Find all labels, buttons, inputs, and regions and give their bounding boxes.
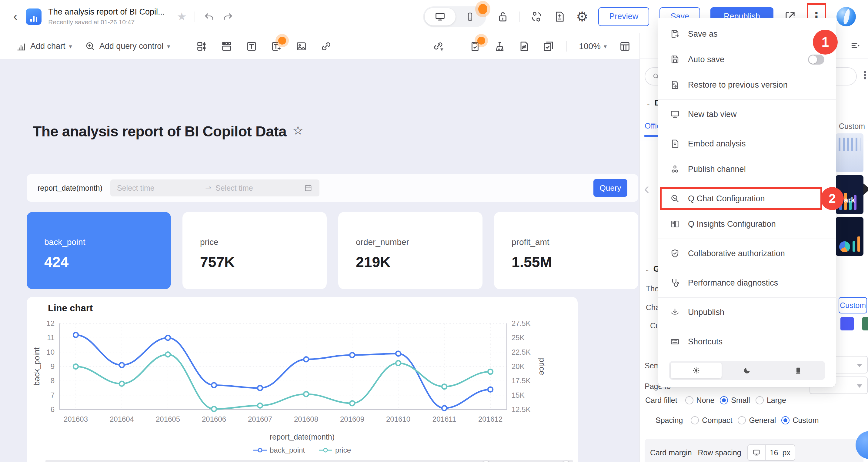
data-sync-icon[interactable] (530, 10, 543, 23)
saved-status: Recently saved at 01-26 10:47 (48, 19, 164, 26)
theme-option-light[interactable] (671, 363, 722, 378)
collapse-panel-icon[interactable] (850, 40, 861, 52)
link-filter-icon[interactable] (433, 40, 445, 53)
add-query-control-button[interactable]: Add query control▾ (85, 41, 170, 52)
radio-icon (720, 396, 728, 404)
favorite-star-icon[interactable]: ★ (177, 10, 187, 23)
theme-option-auto[interactable] (773, 363, 824, 378)
desktop-small-icon (748, 445, 765, 460)
spacing-option-custom[interactable]: Custom (781, 416, 818, 425)
svg-text:20K: 20K (512, 362, 525, 370)
spacing-option-compact[interactable]: Compact (691, 416, 732, 425)
menu-item-performance-diagnostics[interactable]: Performance diagnostics (658, 270, 836, 296)
svg-text:6: 6 (51, 405, 55, 413)
preview-button[interactable]: Preview (598, 7, 649, 26)
row-spacing-control[interactable]: 16 px (747, 444, 795, 461)
menu-item-auto-save[interactable]: Auto save (658, 47, 836, 72)
batch-check-icon[interactable] (542, 40, 554, 53)
query-button[interactable]: Query (593, 179, 627, 197)
query-control-panel: report_date(month) Select time ⇀ Select … (27, 174, 638, 202)
menu-item-save-as[interactable]: Save as (658, 21, 836, 47)
image-icon[interactable] (295, 40, 307, 53)
legend-back-point[interactable]: back_point (253, 446, 305, 455)
metric-value: 1.55M (512, 254, 638, 270)
templates-prev-icon[interactable]: ‹ (644, 180, 649, 198)
hide-document-icon[interactable] (518, 40, 530, 53)
monitor-icon (670, 109, 680, 119)
edit-toolbar: Add chart▾ Add query control▾ 100%▾ (0, 33, 640, 59)
menu-item-shortcuts[interactable]: Shortcuts (658, 329, 836, 355)
date-range-input[interactable]: Select time ⇀ Select time (110, 180, 319, 196)
metric-card-price[interactable]: price 757K (182, 212, 327, 289)
avatar[interactable] (836, 7, 856, 26)
undo-icon[interactable] (204, 11, 215, 23)
theme-switcher[interactable] (669, 361, 825, 380)
chart-color-custom-button[interactable]: Custom (839, 297, 867, 313)
range-arrow-icon: ⇀ (205, 184, 211, 192)
svg-text:201609: 201609 (340, 415, 364, 423)
menu-item-embed-analysis[interactable]: Embed analysis (658, 131, 836, 156)
card-margin-box: Card margin Row spacing 16 px (645, 439, 864, 462)
svg-text:8: 8 (51, 376, 55, 385)
menu-item-label: New tab view (688, 110, 737, 119)
theme-option-dark[interactable] (722, 363, 773, 378)
device-toggle[interactable] (423, 6, 486, 27)
color-swatch-green[interactable] (862, 317, 868, 331)
metric-card-profit_amt[interactable]: profit_amt 1.55M (494, 212, 638, 289)
doc-adjust-icon[interactable] (553, 10, 566, 23)
template-thumbnail-light[interactable] (836, 133, 864, 172)
card-fillet-option-none[interactable]: None (685, 396, 715, 405)
menu-separator (658, 99, 836, 100)
menu-item-q-chat-configuration[interactable]: Q Chat Configuration 2 (658, 186, 836, 211)
menu-item-unpublish[interactable]: Unpublish (658, 300, 836, 325)
menu-item-collaborative-authorization[interactable]: Collaborative authorization (658, 241, 836, 266)
shield-icon (670, 248, 680, 258)
unpublish-icon (670, 307, 680, 317)
metric-value: 219K (356, 254, 483, 270)
ai-text-icon[interactable] (270, 40, 282, 53)
spacing-option-general[interactable]: General (738, 416, 776, 425)
menu-item-label: Q Insights Configuration (688, 219, 776, 229)
panel-more-icon[interactable]: ⋮ (860, 69, 868, 81)
desktop-view-icon[interactable] (425, 8, 456, 26)
row-spacing-value[interactable]: 16 (765, 445, 782, 460)
zoom-level-dropdown[interactable]: 100%▾ (579, 41, 607, 51)
lock-icon[interactable] (496, 10, 509, 23)
legend-price[interactable]: price (319, 446, 351, 455)
text-icon[interactable] (246, 40, 258, 53)
menu-item-q-insights-configuration[interactable]: Q Insights Configuration (658, 211, 836, 237)
metric-card-order_number[interactable]: order_number 219K (338, 212, 483, 289)
template-thumbnail-dark-2[interactable] (836, 217, 864, 256)
menu-item-publish-channel[interactable]: Publish channel (658, 156, 836, 182)
clipboard-icon[interactable] (469, 40, 482, 53)
menu-item-label: Auto save (688, 55, 724, 64)
clean-brush-icon[interactable] (494, 40, 506, 53)
settings-gear-icon[interactable]: ⚙ (576, 9, 588, 24)
sun-icon (692, 366, 701, 375)
tab-container-icon[interactable] (221, 40, 233, 53)
metric-cards-row: back_point 424price 757Korder_number 219… (27, 212, 638, 289)
line-chart-card[interactable]: Line chart 1227.5K1125K1022.5K920K817.5K… (27, 297, 578, 462)
card-fillet-option-small[interactable]: Small (720, 396, 750, 405)
query-field-label: report_date(month) (38, 184, 102, 192)
menu-item-label: Embed analysis (688, 139, 746, 149)
card-fillet-option-large[interactable]: Large (755, 396, 786, 405)
metric-card-back_point[interactable]: back_point 424 (27, 212, 171, 289)
svg-text:201608: 201608 (294, 415, 318, 423)
svg-text:15K: 15K (512, 391, 525, 399)
menu-item-new-tab-view[interactable]: New tab view (658, 101, 836, 127)
dashboard-page-title: The analysis report of BI Copilot Data☆ (33, 123, 303, 140)
data-zoom-slider[interactable]: 201603 201612 (45, 460, 573, 462)
color-swatch-blue[interactable] (840, 317, 854, 331)
redo-icon[interactable] (222, 11, 234, 23)
link-icon[interactable] (320, 40, 332, 53)
layout-control-icon[interactable] (196, 40, 208, 53)
back-icon[interactable]: ‹ (13, 10, 17, 23)
calendar-icon (304, 183, 313, 192)
grid-table-icon[interactable] (619, 40, 631, 53)
auto-save-toggle[interactable] (808, 55, 824, 65)
title-star-icon[interactable]: ☆ (292, 124, 303, 137)
metric-label: profit_amt (512, 237, 638, 247)
add-chart-button[interactable]: Add chart▾ (16, 41, 72, 52)
menu-item-restore-to-previous-version[interactable]: Restore to previous version (658, 72, 836, 98)
